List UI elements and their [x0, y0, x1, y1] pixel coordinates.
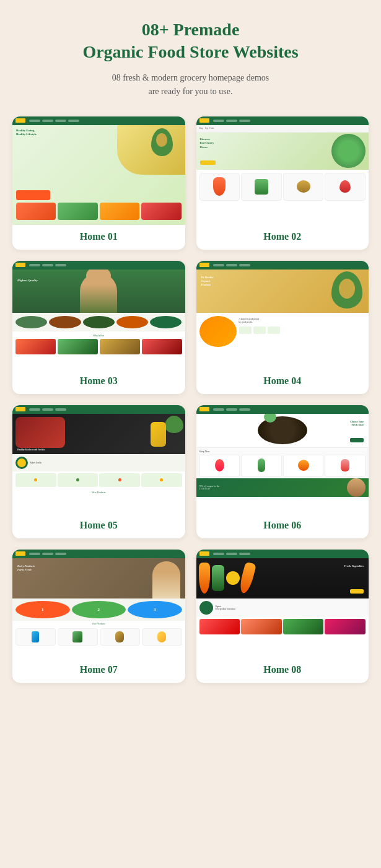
home05-label: Home 05: [12, 514, 185, 538]
home08-preview: Fresh Vegetables OrganicFresh products f…: [196, 550, 369, 658]
home06-label: Home 06: [196, 514, 369, 538]
home02-nav: [196, 116, 369, 125]
home01-logo: [15, 118, 25, 123]
home07-label: Home 07: [12, 658, 185, 683]
home07-preview: Dairy ProductsFarm Fresh 1 2 3 Our Produ…: [12, 550, 185, 658]
home08-label: Home 08: [196, 658, 369, 683]
home05-nav: [12, 405, 185, 414]
home04-preview: Hi-QualityOrganicProducts A shop for goo…: [196, 261, 369, 369]
page-subtitle: 08 fresh & modern grocery homepage demos…: [112, 71, 269, 99]
home03-preview: Highest Quality What's Hot: [12, 261, 185, 369]
home05-preview: Healthy Kitchen with Freshio Highest Qua…: [12, 405, 185, 514]
home04-card[interactable]: Hi-QualityOrganicProducts A shop for goo…: [196, 261, 369, 394]
home07-card[interactable]: Dairy ProductsFarm Fresh 1 2 3 Our Produ…: [12, 550, 185, 683]
home02-preview: Shop Veg Fruits DiscoverRed CherryFlavor: [196, 116, 369, 225]
home03-card[interactable]: Highest Quality What's Hot: [12, 261, 185, 394]
home04-label: Home 04: [196, 369, 369, 394]
home06-card[interactable]: Choose YourFresh Taste Shop New 7: [196, 405, 369, 538]
home01-card[interactable]: Healthy Eating,Healthy Lifestyle. 50% OF…: [12, 116, 185, 250]
homes-grid: Healthy Eating,Healthy Lifestyle. 50% OF…: [12, 116, 369, 683]
home01-label: Home 01: [12, 225, 185, 250]
home04-nav: [196, 261, 369, 270]
home07-nav: [12, 550, 185, 558]
page-title: 08+ Premade Organic Food Store Websites: [82, 19, 298, 64]
home02-label: Home 02: [196, 225, 369, 250]
home08-nav: [196, 550, 369, 558]
home08-card[interactable]: Fresh Vegetables OrganicFresh products f…: [196, 550, 369, 683]
home03-label: Home 03: [12, 369, 185, 394]
home06-nav: [196, 405, 369, 414]
home01-preview: Healthy Eating,Healthy Lifestyle. 50% OF…: [12, 116, 185, 225]
home01-nav: [12, 116, 185, 125]
home05-card[interactable]: Healthy Kitchen with Freshio Highest Qua…: [12, 405, 185, 538]
home06-preview: Choose YourFresh Taste Shop New 7: [196, 405, 369, 514]
home03-nav: [12, 261, 185, 270]
home02-card[interactable]: Shop Veg Fruits DiscoverRed CherryFlavor: [196, 116, 369, 250]
